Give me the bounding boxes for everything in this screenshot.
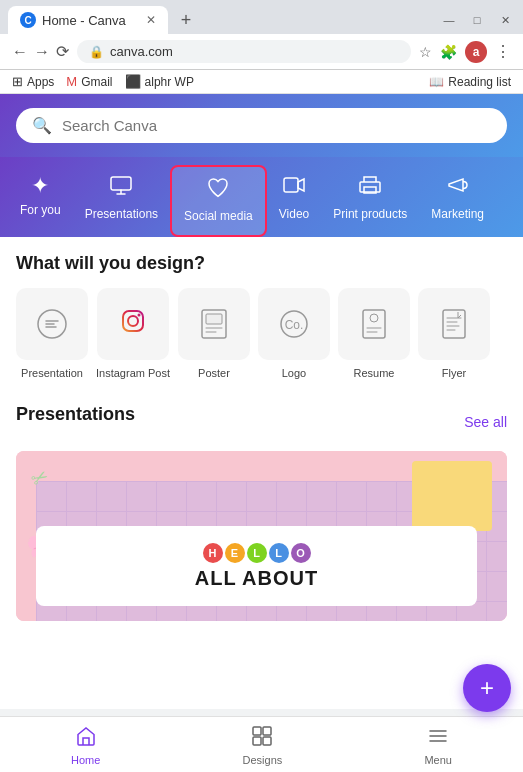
presentation-card	[16, 288, 88, 360]
browser-menu-button[interactable]: ⋮	[495, 42, 511, 61]
resume-card	[338, 288, 410, 360]
category-marketing-label: Marketing	[431, 207, 484, 221]
hello-text: H E L L O	[203, 543, 311, 563]
design-item-instagram[interactable]: Instagram Post	[96, 288, 170, 380]
svg-point-12	[370, 314, 378, 322]
bottom-navigation: Home Designs Menu	[0, 716, 523, 772]
tab-close-button[interactable]: ✕	[146, 13, 156, 27]
hello-o: O	[291, 543, 311, 563]
page-content: 🔍 ✦ For you Presentations	[0, 94, 523, 709]
presentations-header: Presentations See all	[16, 404, 507, 439]
forward-button[interactable]: →	[34, 43, 50, 61]
address-bar: ← → ⟳ 🔒 canva.com ☆ 🧩 a ⋮	[0, 34, 523, 70]
flyer-card	[418, 288, 490, 360]
reload-button[interactable]: ⟳	[56, 42, 69, 61]
tab-bar: C Home - Canva ✕ + — □ ✕	[0, 0, 523, 34]
alphr-icon: ⬛	[125, 74, 141, 89]
search-bar[interactable]: 🔍	[16, 108, 507, 143]
instagram-card	[97, 288, 169, 360]
social-media-icon	[206, 175, 230, 205]
flyer-label: Flyer	[442, 366, 466, 380]
designs-icon	[251, 725, 273, 752]
designs-label: Designs	[243, 754, 283, 766]
create-fab-button[interactable]: +	[463, 664, 511, 712]
browser-chrome: C Home - Canva ✕ + — □ ✕ ← → ⟳ 🔒 canva.c…	[0, 0, 523, 94]
design-grid: Presentation	[16, 288, 507, 384]
minimize-button[interactable]: —	[439, 10, 459, 30]
category-presentations[interactable]: Presentations	[73, 165, 170, 237]
menu-label: Menu	[424, 754, 452, 766]
presentations-icon	[109, 173, 133, 203]
nav-designs[interactable]: Designs	[243, 725, 283, 766]
presentation-label: Presentation	[21, 366, 83, 380]
bookmark-apps-label: Apps	[27, 75, 54, 89]
hello-h: H	[203, 543, 223, 563]
search-input[interactable]	[62, 117, 491, 134]
see-all-button[interactable]: See all	[464, 414, 507, 430]
hello-l2: L	[269, 543, 289, 563]
tab-favicon: C	[20, 12, 36, 28]
poster-label: Poster	[198, 366, 230, 380]
home-icon	[75, 725, 97, 752]
categories-list: ✦ For you Presentations Socia	[0, 165, 523, 237]
maximize-button[interactable]: □	[467, 10, 487, 30]
design-item-flyer[interactable]: Flyer	[418, 288, 490, 380]
nav-home[interactable]: Home	[71, 725, 100, 766]
bookmarks-bar: ⊞ Apps M Gmail ⬛ alphr WP 📖 Reading list	[0, 70, 523, 94]
category-section: ✦ For you Presentations Socia	[0, 157, 523, 237]
bookmark-apps[interactable]: ⊞ Apps	[12, 74, 54, 89]
plus-icon: +	[480, 674, 494, 702]
nav-buttons: ← → ⟳	[12, 42, 69, 61]
nav-menu[interactable]: Menu	[424, 725, 452, 766]
design-item-resume[interactable]: Resume	[338, 288, 410, 380]
lock-icon: 🔒	[89, 45, 104, 59]
presentations-title: Presentations	[16, 404, 135, 425]
instagram-label: Instagram Post	[96, 366, 170, 380]
presentations-section: Presentations See all ✂ 🌸 H E L L O	[0, 392, 523, 629]
category-video[interactable]: Video	[267, 165, 321, 237]
back-button[interactable]: ←	[12, 43, 28, 61]
poster-card	[178, 288, 250, 360]
svg-point-5	[128, 316, 138, 326]
window-controls: — □ ✕	[439, 10, 515, 30]
svg-rect-16	[253, 737, 261, 745]
design-item-presentation[interactable]: Presentation	[16, 288, 88, 380]
url-text: canva.com	[110, 44, 173, 59]
hello-e: E	[225, 543, 245, 563]
new-tab-button[interactable]: +	[172, 6, 200, 34]
bookmark-star-icon[interactable]: ☆	[419, 44, 432, 60]
reading-list[interactable]: 📖 Reading list	[429, 75, 511, 89]
svg-rect-15	[263, 727, 271, 735]
gmail-icon: M	[66, 74, 77, 89]
reading-list-label: Reading list	[448, 75, 511, 89]
hello-l1: L	[247, 543, 267, 563]
design-item-logo[interactable]: Co. Logo	[258, 288, 330, 380]
print-icon	[358, 173, 382, 203]
bookmark-alphr[interactable]: ⬛ alphr WP	[125, 74, 194, 89]
search-icon: 🔍	[32, 116, 52, 135]
category-social-media[interactable]: Social media	[170, 165, 267, 237]
url-input[interactable]: 🔒 canva.com	[77, 40, 411, 63]
category-print[interactable]: Print products	[321, 165, 419, 237]
svg-point-6	[137, 313, 140, 316]
svg-rect-0	[111, 177, 131, 190]
video-icon	[282, 173, 306, 203]
extensions-icon[interactable]: 🧩	[440, 44, 457, 60]
apps-grid-icon: ⊞	[12, 74, 23, 89]
category-marketing[interactable]: Marketing	[419, 165, 496, 237]
profile-button[interactable]: a	[465, 41, 487, 63]
bookmark-gmail-label: Gmail	[81, 75, 112, 89]
design-item-poster[interactable]: Poster	[178, 288, 250, 380]
svg-rect-8	[206, 314, 222, 324]
active-tab[interactable]: C Home - Canva ✕	[8, 6, 168, 34]
close-window-button[interactable]: ✕	[495, 10, 515, 30]
for-you-icon: ✦	[31, 173, 49, 199]
marketing-icon	[446, 173, 470, 203]
all-about-text: ALL ABOUT	[195, 567, 318, 590]
reading-list-icon: 📖	[429, 75, 444, 89]
svg-rect-17	[263, 737, 271, 745]
category-for-you[interactable]: ✦ For you	[8, 165, 73, 237]
presentations-preview[interactable]: ✂ 🌸 H E L L O ALL ABOUT	[16, 451, 507, 621]
bookmark-gmail[interactable]: M Gmail	[66, 74, 112, 89]
design-section: What will you design? Presentation	[0, 237, 523, 392]
